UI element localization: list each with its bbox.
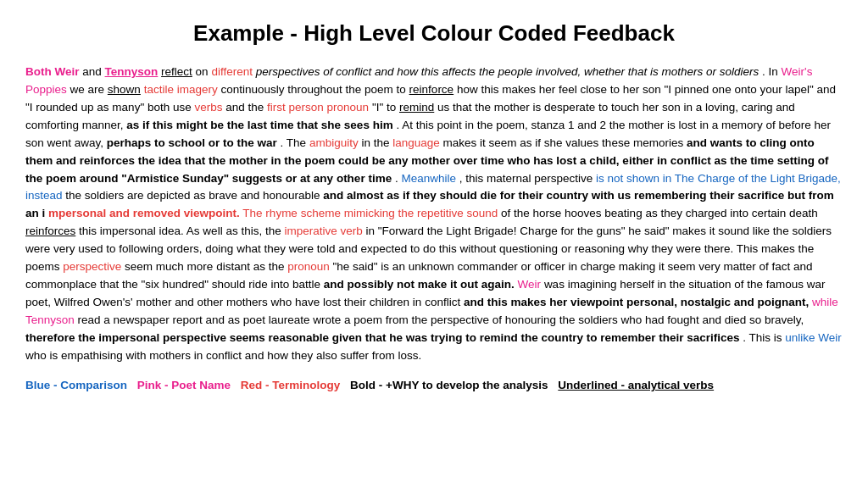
main-content: Both Weir and Tennyson reflect on differ… xyxy=(25,64,843,365)
page-title: Example - High Level Colour Coded Feedba… xyxy=(25,17,843,50)
legend-underline: Underlined - analytical verbs xyxy=(558,379,714,391)
term-language: language xyxy=(392,136,440,149)
term-first-person-pronoun: first person pronoun xyxy=(267,101,369,114)
comparison-meanwhile: Meanwhile xyxy=(401,172,456,185)
poet-weir-2: Weir xyxy=(518,278,542,291)
comparison-instead: instead xyxy=(25,189,63,202)
term-perspective: perspective xyxy=(63,260,121,273)
paragraph-1: Both Weir and Tennyson reflect on differ… xyxy=(25,64,843,365)
comparison-not-shown: is not shown in The Charge of the Light … xyxy=(596,172,841,185)
term-ambiguity: ambiguity xyxy=(309,136,359,149)
term-tactile-imagery: tactile imagery xyxy=(144,83,218,96)
term-different: different xyxy=(211,65,253,78)
legend-pink: Pink - Poet Name xyxy=(137,379,231,391)
term-verbs: verbs xyxy=(194,101,222,114)
legend-bold: Bold - +WHY to develop the analysis xyxy=(350,379,548,391)
legend: Blue - Comparison Pink - Poet Name Red -… xyxy=(25,377,843,394)
term-rhyme-scheme: The rhyme scheme mimicking the repetitiv… xyxy=(242,207,498,219)
poet-weir: Both Weir xyxy=(25,65,80,78)
term-impersonal: mpersonal and removed viewpoint. xyxy=(48,207,240,219)
term-imperative-verb: imperative verb xyxy=(284,225,362,237)
legend-blue: Blue - Comparison xyxy=(25,379,127,391)
comparison-unlike-weir: unlike Weir xyxy=(785,331,842,344)
poet-tennyson: Tennyson xyxy=(105,65,159,78)
term-pronoun: pronoun xyxy=(287,260,330,273)
legend-red: Red - Terminology xyxy=(241,379,341,391)
